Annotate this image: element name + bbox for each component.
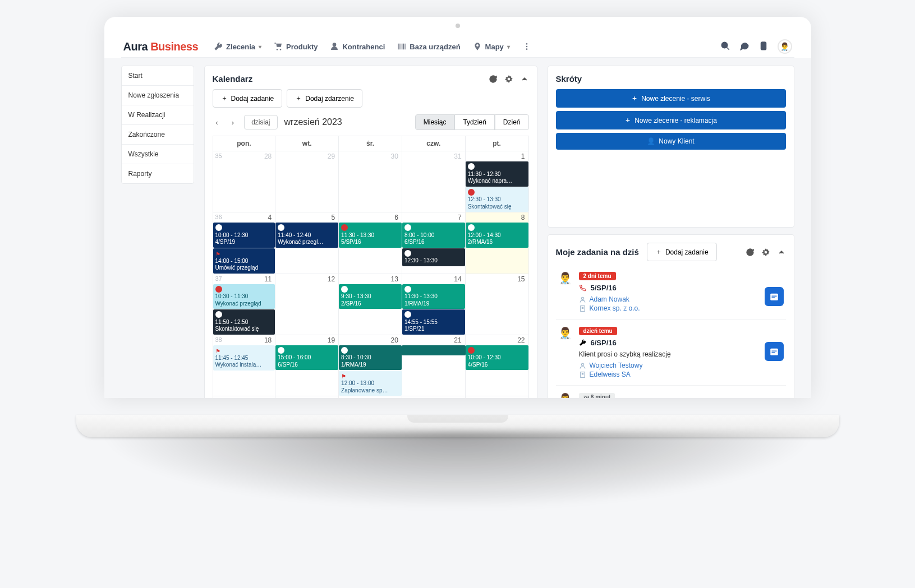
cell[interactable]: 14 11:30 - 13:301/RMA/19 14:55 - 15:551/…	[402, 274, 466, 335]
view-week[interactable]: Tydzień	[454, 114, 494, 130]
prev-month[interactable]: ‹	[213, 116, 222, 129]
event[interactable]: 11:45 - 12:45Wykonać instala…	[213, 345, 275, 371]
topbar: Aura Business Zlecenia▾ Produkty Kontrah…	[121, 34, 794, 58]
refresh-icon[interactable]	[746, 248, 755, 257]
clipboard-icon[interactable]	[758, 41, 769, 53]
event[interactable]: 14:00 - 15:00Umówić przegląd	[213, 248, 275, 274]
calendar-chip[interactable]	[765, 342, 784, 361]
event[interactable]: 11:40 - 12:40Wykonać przegl…	[275, 223, 338, 248]
search-icon[interactable]	[720, 41, 730, 53]
sidebar-all[interactable]: Wszystkie	[122, 145, 194, 164]
add-event-button[interactable]: ＋Dodaj zdarzenie	[287, 89, 362, 108]
task-row[interactable]: 👨‍⚕️ za 8 minut 2/RMA/16 Adam Nowak Korn…	[556, 386, 786, 398]
nav-contractors[interactable]: Kontrahenci	[330, 42, 385, 51]
nav-more[interactable]	[522, 42, 531, 51]
barcode-icon	[397, 42, 406, 51]
event[interactable]: 10:30 - 11:30Wykonać przegląd	[213, 284, 275, 309]
cell[interactable]: 12	[275, 274, 339, 335]
new-service-button[interactable]: ＋Nowe zlecenie - serwis	[556, 89, 786, 108]
due-badge: za 8 minut	[579, 393, 615, 398]
event[interactable]: 12:30 - 13:30	[402, 248, 465, 266]
tasks-panel: Moje zadania na dziś ＋Dodaj zadanie 👨‍⚕️	[548, 234, 794, 398]
view-month[interactable]: Miesiąc	[415, 114, 455, 130]
event[interactable]: 11:50 - 12:50Skontaktować się	[213, 309, 275, 335]
event[interactable]: 9:30 - 13:302/SP/16	[339, 284, 402, 309]
event[interactable]: 10:00 - 12:304/SP/16	[466, 345, 528, 371]
event[interactable]: 14:55 - 15:551/SP/21	[402, 309, 465, 335]
new-client-button[interactable]: 👤Nowy Klient	[556, 133, 786, 150]
new-complaint-button[interactable]: ＋Nowe zlecenie - reklamacja	[556, 111, 786, 129]
gear-icon[interactable]	[761, 248, 770, 257]
cell[interactable]: 28 14:30 - 15:30	[402, 396, 466, 398]
cell[interactable]: 13 9:30 - 13:302/SP/16	[339, 274, 402, 335]
event[interactable]: 11:30 - 13:301/RMA/19	[402, 284, 465, 309]
event[interactable]: 12:30 - 13:30Skontaktować się	[466, 187, 528, 212]
cell[interactable]: 5 11:40 - 12:40Wykonać przegl…	[275, 212, 339, 274]
cell[interactable]: 21	[402, 335, 466, 397]
sidebar-in-progress[interactable]: W Realizacji	[122, 105, 194, 125]
task-avatar: 👨‍⚕️	[558, 392, 572, 398]
cell[interactable]: 7 8:00 - 10:006/SP/16 12:30 - 13:30	[402, 212, 466, 274]
event[interactable]: 11:30 - 12:30Wykonać napra…	[466, 161, 528, 187]
cell[interactable]: 3818 11:45 - 12:45Wykonać instala…	[213, 335, 276, 397]
chat-icon[interactable]	[739, 41, 750, 53]
cell[interactable]: 31	[402, 151, 466, 212]
event[interactable]: 15:00 - 16:006/SP/16	[275, 345, 338, 371]
nav-maps[interactable]: Mapy▾	[473, 42, 510, 51]
svg-rect-10	[770, 349, 778, 355]
sidebar-reports[interactable]: Raporty	[122, 164, 194, 183]
add-task-button[interactable]: ＋Dodaj zadanie	[213, 89, 283, 108]
cell[interactable]: 30	[339, 151, 402, 212]
nav-devices[interactable]: Baza urządzeń	[397, 42, 460, 51]
task-row[interactable]: 👨‍⚕️ 2 dni temu 5/SP/16 Adam Nowak Korne…	[556, 265, 786, 320]
task-row[interactable]: 👨‍⚕️ dzień temu 6/SP/16 Klient prosi o s…	[556, 320, 786, 386]
chevron-up-icon[interactable]	[777, 248, 786, 257]
nav-orders[interactable]: Zlecenia▾	[214, 42, 261, 51]
cell[interactable]: 3528	[213, 151, 276, 212]
calendar-title: Kalendarz	[213, 74, 253, 84]
cell[interactable]: 22 10:00 - 12:304/SP/16	[466, 335, 529, 397]
sidebar-start[interactable]: Start	[122, 66, 194, 86]
cell[interactable]: 364 10:00 - 12:304/SP/19 14:00 - 15:00Um…	[213, 212, 276, 274]
cell[interactable]: 29	[466, 396, 529, 398]
event[interactable]: 12:00 - 14:302/RMA/16	[466, 223, 528, 248]
tasks-add-button[interactable]: ＋Dodaj zadanie	[647, 243, 717, 261]
cell[interactable]: 26 11:00 - 12:00Umówić przegląd	[275, 396, 339, 398]
event[interactable]: 8:00 - 10:006/SP/16	[402, 223, 465, 248]
event[interactable]: 12:00 - 13:00Zaplanowane sp…	[339, 371, 402, 396]
cell[interactable]: 19 15:00 - 16:006/SP/16	[275, 335, 339, 397]
due-badge: 2 dni temu	[579, 272, 616, 280]
gear-icon[interactable]	[504, 75, 513, 84]
cell[interactable]: 27 12:00 - 13:00Wykonać instalację	[339, 396, 402, 398]
calendar-grid: pon. wt. śr. czw. pt. 3528 29 30 31 1	[213, 136, 529, 398]
tasks-title: Moje zadania na dziś	[556, 247, 639, 257]
sidebar-new[interactable]: Nowe zgłoszenia	[122, 86, 194, 105]
cell[interactable]: 15	[466, 274, 529, 335]
svg-point-8	[581, 363, 583, 365]
cell[interactable]: 29	[275, 151, 339, 212]
cell[interactable]: 20 8:30 - 10:301/RMA/19 12:00 - 13:00Zap…	[339, 335, 402, 397]
logo: Aura Business	[123, 40, 199, 53]
refresh-icon[interactable]	[489, 75, 498, 84]
event[interactable]: 11:30 - 13:305/SP/16	[339, 223, 402, 248]
event[interactable]: 10:00 - 12:304/SP/19	[213, 223, 275, 248]
shortcuts-panel: Skróty ＋Nowe zlecenie - serwis ＋Nowe zle…	[548, 66, 794, 228]
today-button[interactable]: dzisiaj	[244, 115, 277, 129]
cell[interactable]: 3711 10:30 - 11:30Wykonać przegląd 11:50…	[213, 274, 276, 335]
day-header: pon.	[213, 136, 276, 151]
sidebar-done[interactable]: Zakończone	[122, 125, 194, 145]
cell[interactable]: 3925 10:30 - 11:30Wykonać instala…	[213, 396, 276, 398]
chevron-up-icon[interactable]	[520, 75, 529, 84]
user-avatar[interactable]: 👨‍⚕️	[778, 39, 792, 54]
event[interactable]	[402, 345, 466, 356]
next-month[interactable]: ›	[228, 116, 237, 129]
cell[interactable]: 1 11:30 - 12:30Wykonać napra… 12:30 - 13…	[466, 151, 529, 212]
event[interactable]: 8:30 - 10:301/RMA/19	[339, 345, 402, 371]
view-day[interactable]: Dzień	[495, 114, 529, 130]
nav-products[interactable]: Produkty	[274, 42, 318, 51]
svg-point-0	[526, 43, 528, 45]
sidebar: Start Nowe zgłoszenia W Realizacji Zakoń…	[121, 66, 194, 184]
cell[interactable]: 6 11:30 - 13:305/SP/16	[339, 212, 402, 274]
cell-today[interactable]: 8 12:00 - 14:302/RMA/16	[466, 212, 529, 274]
calendar-chip[interactable]	[765, 287, 784, 306]
